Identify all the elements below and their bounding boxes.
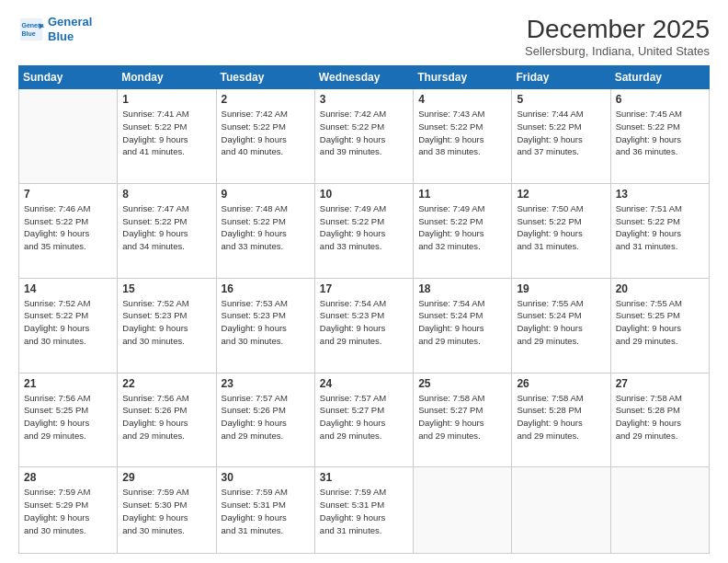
day-info: Sunrise: 7:59 AMSunset: 5:30 PMDaylight:… (122, 486, 210, 536)
day-info: Sunrise: 7:45 AMSunset: 5:22 PMDaylight:… (616, 108, 704, 158)
day-number: 31 (320, 471, 408, 484)
calendar-cell: 30Sunrise: 7:59 AMSunset: 5:31 PMDayligh… (216, 467, 314, 554)
day-number: 30 (222, 471, 310, 484)
calendar-cell: 28Sunrise: 7:59 AMSunset: 5:29 PMDayligh… (19, 467, 118, 554)
calendar-cell (610, 467, 709, 554)
calendar-cell: 25Sunrise: 7:58 AMSunset: 5:27 PMDayligh… (414, 373, 512, 467)
calendar-cell: 23Sunrise: 7:57 AMSunset: 5:26 PMDayligh… (216, 373, 314, 467)
month-title: December 2025 (525, 15, 710, 44)
day-number: 15 (122, 282, 210, 295)
day-number: 21 (24, 377, 112, 390)
column-header-thursday: Thursday (414, 66, 512, 89)
location: Sellersburg, Indiana, United States (525, 44, 710, 58)
calendar-cell: 20Sunrise: 7:55 AMSunset: 5:25 PMDayligh… (610, 278, 709, 373)
calendar-cell: 18Sunrise: 7:54 AMSunset: 5:24 PMDayligh… (414, 278, 512, 373)
calendar-cell: 1Sunrise: 7:41 AMSunset: 5:22 PMDaylight… (118, 89, 216, 184)
column-header-saturday: Saturday (610, 66, 709, 89)
day-number: 26 (517, 377, 605, 390)
day-number: 7 (24, 188, 112, 201)
day-number: 10 (320, 188, 408, 201)
calendar-cell: 21Sunrise: 7:56 AMSunset: 5:25 PMDayligh… (19, 373, 118, 467)
calendar-cell: 6Sunrise: 7:45 AMSunset: 5:22 PMDaylight… (610, 89, 709, 184)
day-info: Sunrise: 7:58 AMSunset: 5:27 PMDaylight:… (418, 392, 506, 442)
day-number: 6 (616, 93, 704, 106)
day-number: 29 (122, 471, 210, 484)
day-number: 5 (517, 93, 605, 106)
column-header-monday: Monday (118, 66, 216, 89)
day-number: 20 (616, 282, 704, 295)
day-number: 16 (222, 282, 310, 295)
day-info: Sunrise: 7:59 AMSunset: 5:31 PMDaylight:… (320, 486, 408, 536)
day-info: Sunrise: 7:56 AMSunset: 5:25 PMDaylight:… (24, 392, 112, 442)
logo-icon: General Blue (18, 17, 44, 42)
day-info: Sunrise: 7:41 AMSunset: 5:22 PMDaylight:… (122, 108, 210, 158)
day-number: 1 (122, 93, 210, 106)
calendar-cell: 9Sunrise: 7:48 AMSunset: 5:22 PMDaylight… (216, 183, 314, 278)
day-info: Sunrise: 7:54 AMSunset: 5:23 PMDaylight:… (320, 297, 408, 348)
day-number: 18 (418, 282, 506, 295)
calendar-cell: 4Sunrise: 7:43 AMSunset: 5:22 PMDaylight… (414, 89, 512, 184)
day-info: Sunrise: 7:48 AMSunset: 5:22 PMDaylight:… (222, 202, 310, 253)
calendar-cell: 8Sunrise: 7:47 AMSunset: 5:22 PMDaylight… (118, 183, 216, 278)
day-number: 11 (418, 188, 506, 201)
logo-line2: Blue (48, 29, 74, 43)
day-number: 12 (517, 188, 605, 201)
day-number: 3 (320, 93, 408, 106)
day-number: 17 (320, 282, 408, 295)
column-header-sunday: Sunday (19, 66, 118, 89)
calendar-cell: 16Sunrise: 7:53 AMSunset: 5:23 PMDayligh… (216, 278, 314, 373)
calendar-table: SundayMondayTuesdayWednesdayThursdayFrid… (18, 65, 710, 554)
calendar-cell (414, 467, 512, 554)
day-info: Sunrise: 7:59 AMSunset: 5:31 PMDaylight:… (222, 486, 310, 536)
logo-line1: General (48, 15, 92, 29)
day-info: Sunrise: 7:59 AMSunset: 5:29 PMDaylight:… (24, 486, 112, 536)
day-info: Sunrise: 7:51 AMSunset: 5:22 PMDaylight:… (616, 202, 704, 253)
calendar-cell: 17Sunrise: 7:54 AMSunset: 5:23 PMDayligh… (314, 278, 413, 373)
calendar-cell: 27Sunrise: 7:58 AMSunset: 5:28 PMDayligh… (610, 373, 709, 467)
day-info: Sunrise: 7:49 AMSunset: 5:22 PMDaylight:… (320, 202, 408, 253)
day-number: 28 (24, 471, 112, 484)
calendar-cell (512, 467, 610, 554)
day-number: 8 (122, 188, 210, 201)
calendar-cell: 14Sunrise: 7:52 AMSunset: 5:22 PMDayligh… (19, 278, 118, 373)
calendar-header-row: SundayMondayTuesdayWednesdayThursdayFrid… (19, 66, 710, 89)
day-info: Sunrise: 7:58 AMSunset: 5:28 PMDaylight:… (616, 392, 704, 442)
column-header-wednesday: Wednesday (314, 66, 413, 89)
day-number: 27 (616, 377, 704, 390)
week-row-3: 14Sunrise: 7:52 AMSunset: 5:22 PMDayligh… (19, 278, 710, 373)
day-info: Sunrise: 7:57 AMSunset: 5:27 PMDaylight:… (320, 392, 408, 442)
day-info: Sunrise: 7:43 AMSunset: 5:22 PMDaylight:… (418, 108, 506, 158)
day-info: Sunrise: 7:42 AMSunset: 5:22 PMDaylight:… (320, 108, 408, 158)
day-info: Sunrise: 7:58 AMSunset: 5:28 PMDaylight:… (517, 392, 605, 442)
day-number: 13 (616, 188, 704, 201)
calendar-cell: 19Sunrise: 7:55 AMSunset: 5:24 PMDayligh… (512, 278, 610, 373)
logo-text: General Blue (48, 15, 92, 43)
calendar-cell: 13Sunrise: 7:51 AMSunset: 5:22 PMDayligh… (610, 183, 709, 278)
week-row-4: 21Sunrise: 7:56 AMSunset: 5:25 PMDayligh… (19, 373, 710, 467)
day-info: Sunrise: 7:55 AMSunset: 5:25 PMDaylight:… (616, 297, 704, 348)
day-info: Sunrise: 7:49 AMSunset: 5:22 PMDaylight:… (418, 202, 506, 253)
day-info: Sunrise: 7:52 AMSunset: 5:22 PMDaylight:… (24, 297, 112, 348)
page: General Blue General Blue December 2025 … (0, 0, 728, 563)
day-info: Sunrise: 7:52 AMSunset: 5:23 PMDaylight:… (122, 297, 210, 348)
day-number: 25 (418, 377, 506, 390)
day-number: 23 (222, 377, 310, 390)
day-number: 24 (320, 377, 408, 390)
calendar-cell: 3Sunrise: 7:42 AMSunset: 5:22 PMDaylight… (314, 89, 413, 184)
day-number: 22 (122, 377, 210, 390)
day-info: Sunrise: 7:54 AMSunset: 5:24 PMDaylight:… (418, 297, 506, 348)
day-info: Sunrise: 7:50 AMSunset: 5:22 PMDaylight:… (517, 202, 605, 253)
calendar-cell: 5Sunrise: 7:44 AMSunset: 5:22 PMDaylight… (512, 89, 610, 184)
day-number: 14 (24, 282, 112, 295)
calendar-cell: 15Sunrise: 7:52 AMSunset: 5:23 PMDayligh… (118, 278, 216, 373)
logo: General Blue General Blue (18, 15, 92, 43)
day-info: Sunrise: 7:56 AMSunset: 5:26 PMDaylight:… (122, 392, 210, 442)
title-block: December 2025 Sellersburg, Indiana, Unit… (525, 15, 710, 58)
day-number: 19 (517, 282, 605, 295)
week-row-5: 28Sunrise: 7:59 AMSunset: 5:29 PMDayligh… (19, 467, 710, 554)
calendar-cell: 11Sunrise: 7:49 AMSunset: 5:22 PMDayligh… (414, 183, 512, 278)
calendar-cell: 31Sunrise: 7:59 AMSunset: 5:31 PMDayligh… (314, 467, 413, 554)
column-header-tuesday: Tuesday (216, 66, 314, 89)
calendar-cell: 2Sunrise: 7:42 AMSunset: 5:22 PMDaylight… (216, 89, 314, 184)
calendar-cell (19, 89, 118, 184)
